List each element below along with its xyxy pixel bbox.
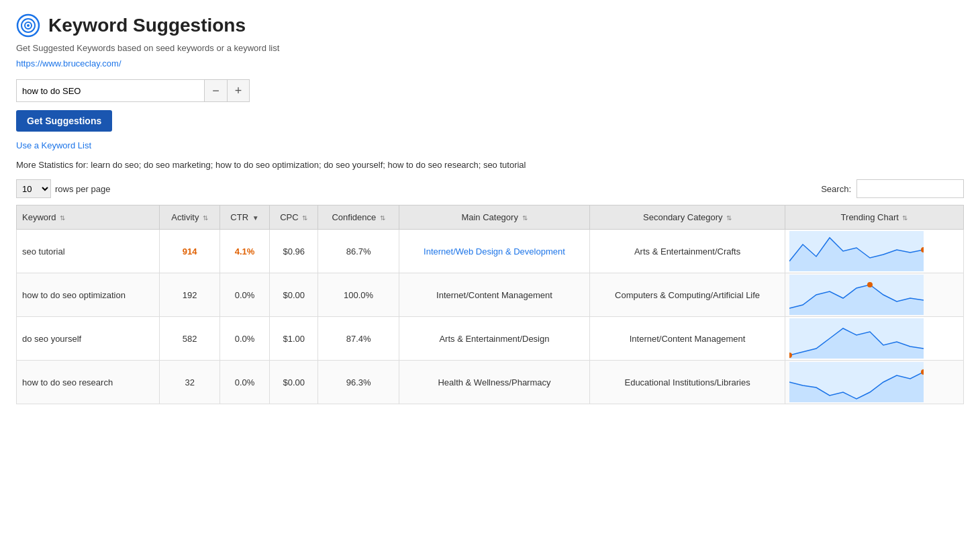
rows-per-page-label: rows per page [55, 184, 110, 194]
site-url: https://www.bruceclay.com/ [16, 58, 964, 68]
cell-ctr: 0.0% [220, 273, 270, 317]
chart-svg [789, 275, 924, 315]
cell-secondary-category: Internet/Content Management [590, 317, 785, 361]
svg-point-5 [867, 282, 873, 287]
cell-confidence: 96.3% [318, 361, 399, 404]
cell-activity: 914 [160, 230, 220, 273]
keyword-list-link[interactable]: Use a Keyword List [16, 140, 91, 150]
search-input[interactable] [856, 179, 964, 198]
more-stats-keywords: learn do seo; do seo marketing; how to d… [91, 160, 526, 170]
col-trending-chart[interactable]: Trending Chart ⇅ [785, 205, 964, 230]
cell-cpc: $1.00 [269, 317, 317, 361]
main-category-link[interactable]: Internet/Web Design & Development [424, 246, 565, 257]
cell-trending-chart [785, 273, 964, 317]
keyword-sort-icon: ⇅ [60, 214, 65, 222]
keyword-table: Keyword ⇅ Activity ⇅ CTR ▼ CPC ⇅ Confide… [16, 205, 964, 404]
cell-ctr: 0.0% [220, 317, 270, 361]
cell-trending-chart [785, 317, 964, 361]
cell-main-category: Arts & Entertainment/Design [399, 317, 589, 361]
cell-main-category: Internet/Content Management [399, 273, 589, 317]
subtitle: Get Suggested Keywords based on seed key… [16, 43, 964, 53]
search-area: Search: [821, 179, 964, 198]
cell-activity: 582 [160, 317, 220, 361]
get-suggestions-button[interactable]: Get Suggestions [16, 110, 112, 132]
trend-chart [789, 231, 924, 271]
cell-main-category: Internet/Web Design & Development [399, 230, 589, 273]
cell-secondary-category: Computers & Computing/Artificial Life [590, 273, 785, 317]
table-row: do seo yourself5820.0%$1.0087.4%Arts & E… [17, 317, 964, 361]
cell-cpc: $0.96 [269, 230, 317, 273]
cpc-sort-icon: ⇅ [302, 214, 307, 222]
cell-keyword: seo tutorial [17, 230, 160, 273]
table-row: how to do seo optimization1920.0%$0.0010… [17, 273, 964, 317]
trend-chart [789, 275, 924, 315]
rows-per-page-control: 10 25 50 100 rows per page [16, 179, 110, 198]
cell-confidence: 87.4% [318, 317, 399, 361]
activity-sort-icon: ⇅ [203, 214, 208, 222]
cell-confidence: 86.7% [318, 230, 399, 273]
more-stats-label: More Statistics for: [16, 160, 89, 170]
col-activity[interactable]: Activity ⇅ [160, 205, 220, 230]
col-cpc[interactable]: CPC ⇅ [269, 205, 317, 230]
svg-point-3 [27, 24, 30, 27]
cell-activity: 192 [160, 273, 220, 317]
table-row: seo tutorial9144.1%$0.9686.7%Internet/We… [17, 230, 964, 273]
main-cat-sort-icon: ⇅ [522, 214, 528, 222]
cell-cpc: $0.00 [269, 361, 317, 404]
more-stats: More Statistics for: learn do seo; do se… [16, 160, 964, 170]
cell-ctr: 4.1% [220, 230, 270, 273]
chart-sort-icon: ⇅ [902, 214, 908, 222]
cell-secondary-category: Educational Institutions/Libraries [590, 361, 785, 404]
trend-chart [789, 318, 924, 359]
table-row: how to do seo research320.0%$0.0096.3%He… [17, 361, 964, 404]
target-icon [16, 13, 40, 38]
cell-main-category: Health & Wellness/Pharmacy [399, 361, 589, 404]
col-secondary-category[interactable]: Secondary Category ⇅ [590, 205, 785, 230]
cell-cpc: $0.00 [269, 273, 317, 317]
table-controls: 10 25 50 100 rows per page Search: [16, 179, 964, 198]
cell-trending-chart [785, 361, 964, 404]
keyword-input[interactable] [16, 79, 204, 102]
confidence-sort-icon: ⇅ [380, 214, 385, 222]
cell-keyword: how to do seo optimization [17, 273, 160, 317]
rows-per-page-select[interactable]: 10 25 50 100 [16, 179, 51, 198]
trend-chart [789, 362, 924, 402]
col-confidence[interactable]: Confidence ⇅ [318, 205, 399, 230]
cell-activity: 32 [160, 361, 220, 404]
keyword-input-row: − + [16, 79, 964, 102]
page-title: Keyword Suggestions [48, 15, 246, 36]
cell-keyword: do seo yourself [17, 317, 160, 361]
add-keyword-button[interactable]: + [227, 79, 250, 102]
col-main-category[interactable]: Main Category ⇅ [399, 205, 589, 230]
search-label: Search: [821, 184, 851, 194]
cell-confidence: 100.0% [318, 273, 399, 317]
chart-svg [789, 362, 924, 402]
cell-ctr: 0.0% [220, 361, 270, 404]
col-keyword[interactable]: Keyword ⇅ [17, 205, 160, 230]
col-ctr[interactable]: CTR ▼ [220, 205, 270, 230]
ctr-sort-icon: ▼ [252, 214, 259, 222]
cell-trending-chart [785, 230, 964, 273]
remove-keyword-button[interactable]: − [204, 79, 227, 102]
cell-keyword: how to do seo research [17, 361, 160, 404]
sec-cat-sort-icon: ⇅ [726, 214, 732, 222]
cell-secondary-category: Arts & Entertainment/Crafts [590, 230, 785, 273]
chart-svg [789, 318, 924, 359]
chart-svg [789, 231, 924, 271]
